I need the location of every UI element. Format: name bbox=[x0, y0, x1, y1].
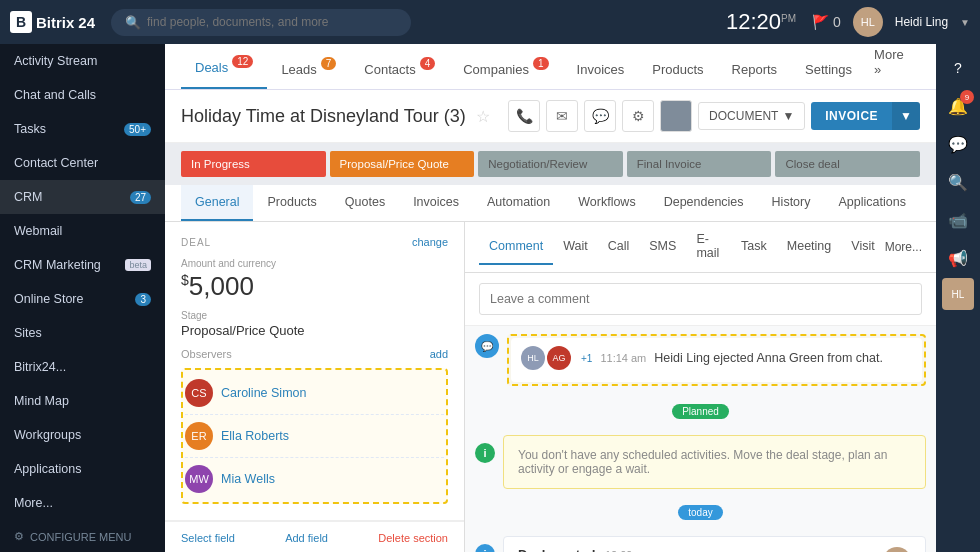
delete-section-button[interactable]: Delete section bbox=[378, 532, 448, 544]
tab-invoices[interactable]: Invoices bbox=[563, 50, 639, 89]
color-swatch-button[interactable] bbox=[660, 100, 692, 132]
rs-search-icon[interactable]: 🔍 bbox=[940, 164, 976, 200]
configure-menu[interactable]: ⚙ CONFIGURE MENU bbox=[0, 520, 165, 552]
subtab-quotes[interactable]: Quotes bbox=[331, 185, 399, 221]
rs-video-icon[interactable]: 📹 bbox=[940, 202, 976, 238]
topbar-right: 🚩 0 HL Heidi Ling ▼ bbox=[812, 7, 970, 37]
stage-close-deal[interactable]: Close deal bbox=[775, 151, 920, 177]
topbar: B Bitrix 24 🔍 12:20PM 🚩 0 HL Heidi Ling … bbox=[0, 0, 980, 44]
tab-more[interactable]: More » bbox=[866, 44, 920, 89]
planned-badge: Planned bbox=[672, 404, 729, 419]
chevron-down-icon: ▼ bbox=[782, 109, 794, 123]
page-title: Holiday Time at Disneyland Tour (3) bbox=[181, 106, 466, 127]
activity-tab-more[interactable]: More... bbox=[885, 240, 922, 254]
sidebar-item-workgroups[interactable]: Workgroups bbox=[0, 418, 165, 452]
add-field-link[interactable]: Add field bbox=[285, 532, 328, 544]
user-name[interactable]: Heidi Ling bbox=[895, 15, 948, 29]
sidebar-item-more[interactable]: More... bbox=[0, 486, 165, 520]
sidebar-item-mind-map[interactable]: Mind Map bbox=[0, 384, 165, 418]
chevron-down-icon[interactable]: ▼ bbox=[960, 17, 970, 28]
sub-tabs: General Products Quotes Invoices Automat… bbox=[165, 185, 936, 222]
tab-contacts[interactable]: Contacts 4 bbox=[350, 50, 449, 89]
sidebar-item-activity-stream[interactable]: Activity Stream bbox=[0, 44, 165, 78]
subtab-history[interactable]: History bbox=[758, 185, 825, 221]
activity-tab-sms[interactable]: SMS bbox=[639, 229, 686, 265]
deal-created-wrapper: i Deal created 12:09 pm Holiday Time at … bbox=[465, 530, 936, 552]
subtab-workflows[interactable]: Workflows bbox=[564, 185, 649, 221]
stage-label: Stage bbox=[181, 310, 448, 321]
stage-negotiation[interactable]: Negotiation/Review bbox=[478, 151, 623, 177]
avatar[interactable]: HL bbox=[853, 7, 883, 37]
search-bar[interactable]: 🔍 bbox=[111, 9, 411, 36]
subtab-automation[interactable]: Automation bbox=[473, 185, 564, 221]
stage-proposal[interactable]: Proposal/Price Quote bbox=[330, 151, 475, 177]
tab-products[interactable]: Products bbox=[638, 50, 717, 89]
sidebar-item-sites[interactable]: Sites bbox=[0, 316, 165, 350]
tab-leads[interactable]: Leads 7 bbox=[267, 50, 350, 89]
activity-tab-wait[interactable]: Wait bbox=[553, 229, 598, 265]
title-actions: 📞 ✉ 💬 ⚙ DOCUMENT ▼ INVOICE ▼ bbox=[508, 100, 920, 132]
invoice-button[interactable]: INVOICE bbox=[811, 102, 892, 130]
app-logo[interactable]: B Bitrix 24 bbox=[10, 11, 95, 33]
observer-mia: MW Mia Wells bbox=[185, 458, 444, 500]
scheduled-wrapper: i You don't have any scheduled activitie… bbox=[465, 429, 936, 495]
comment-input[interactable] bbox=[479, 283, 922, 315]
content-split: DEAL change Amount and currency $5,000 S… bbox=[165, 222, 936, 552]
subtab-dependencies[interactable]: Dependencies bbox=[650, 185, 758, 221]
right-sidebar: ? 🔔 9 💬 🔍 📹 📢 HL bbox=[936, 44, 980, 552]
sidebar-item-crm[interactable]: CRM 27 bbox=[0, 180, 165, 214]
flag-icon[interactable]: 🚩 0 bbox=[812, 14, 841, 30]
activity-tab-call[interactable]: Call bbox=[598, 229, 640, 265]
subtab-invoices[interactable]: Invoices bbox=[399, 185, 473, 221]
rs-megaphone-icon[interactable]: 📢 bbox=[940, 240, 976, 276]
sidebar-item-crm-marketing[interactable]: CRM Marketing beta bbox=[0, 248, 165, 282]
sidebar-item-bitrix24[interactable]: Bitrix24... bbox=[0, 350, 165, 384]
activity-meta: HL AG +1 11:14 am Heidi Ling ejected Ann… bbox=[521, 346, 912, 370]
sidebar-item-online-store[interactable]: Online Store 3 bbox=[0, 282, 165, 316]
rs-notifications-icon[interactable]: 🔔 9 bbox=[940, 88, 976, 124]
sidebar-item-webmail[interactable]: Webmail bbox=[0, 214, 165, 248]
avatar-group: HL AG bbox=[521, 346, 573, 370]
tab-deals[interactable]: Deals 12 bbox=[181, 48, 267, 89]
subtab-applications[interactable]: Applications bbox=[824, 185, 919, 221]
activity-tab-comment[interactable]: Comment bbox=[479, 229, 553, 265]
tab-reports[interactable]: Reports bbox=[718, 50, 792, 89]
email-button[interactable]: ✉ bbox=[546, 100, 578, 132]
stage-in-progress[interactable]: In Progress bbox=[181, 151, 326, 177]
rs-help-icon[interactable]: ? bbox=[940, 50, 976, 86]
activity-tab-email[interactable]: E-mail bbox=[686, 222, 731, 272]
chat-message-selection: HL AG +1 11:14 am Heidi Ling ejected Ann… bbox=[507, 334, 926, 386]
observer-name-ella[interactable]: Ella Roberts bbox=[221, 429, 289, 443]
sidebar-item-chat-and-calls[interactable]: Chat and Calls bbox=[0, 78, 165, 112]
tab-companies[interactable]: Companies 1 bbox=[449, 50, 562, 89]
app-number: 24 bbox=[78, 14, 95, 31]
rs-chat-icon[interactable]: 💬 bbox=[940, 126, 976, 162]
today-badge: today bbox=[678, 505, 722, 520]
invoice-arrow-button[interactable]: ▼ bbox=[892, 102, 920, 130]
sidebar-item-tasks[interactable]: Tasks 50+ bbox=[0, 112, 165, 146]
tab-settings[interactable]: Settings bbox=[791, 50, 866, 89]
sidebar-item-applications[interactable]: Applications bbox=[0, 452, 165, 486]
sidebar-item-contact-center[interactable]: Contact Center bbox=[0, 146, 165, 180]
stage-final-invoice[interactable]: Final Invoice bbox=[627, 151, 772, 177]
select-field-link[interactable]: Select field bbox=[181, 532, 235, 544]
search-input[interactable] bbox=[147, 15, 387, 29]
contacts-badge: 4 bbox=[420, 57, 436, 70]
chat-button[interactable]: 💬 bbox=[584, 100, 616, 132]
observer-name-caroline[interactable]: Caroline Simon bbox=[221, 386, 306, 400]
change-link[interactable]: change bbox=[412, 236, 448, 248]
document-button[interactable]: DOCUMENT ▼ bbox=[698, 102, 805, 130]
activity-tabs: Comment Wait Call SMS E-mail Task Meetin… bbox=[465, 222, 936, 273]
activity-tab-meeting[interactable]: Meeting bbox=[777, 229, 841, 265]
star-icon[interactable]: ☆ bbox=[476, 107, 490, 126]
observer-name-mia[interactable]: Mia Wells bbox=[221, 472, 275, 486]
activity-time: 11:14 am bbox=[600, 352, 646, 364]
add-observer-link[interactable]: add bbox=[430, 348, 448, 360]
gear-button[interactable]: ⚙ bbox=[622, 100, 654, 132]
activity-tab-visit[interactable]: Visit bbox=[841, 229, 884, 265]
phone-button[interactable]: 📞 bbox=[508, 100, 540, 132]
rs-user-avatar[interactable]: HL bbox=[942, 278, 974, 310]
activity-tab-task[interactable]: Task bbox=[731, 229, 777, 265]
subtab-products[interactable]: Products bbox=[253, 185, 330, 221]
subtab-general[interactable]: General bbox=[181, 185, 253, 221]
